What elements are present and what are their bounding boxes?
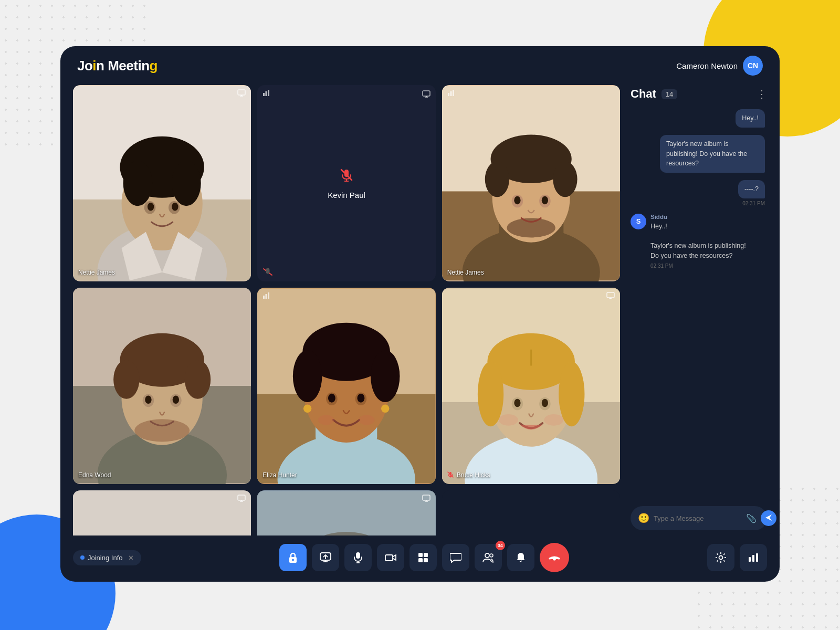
chat-message-own-2: Taylor's new album is publishing! Do you… (631, 135, 765, 173)
svg-rect-26 (266, 268, 269, 274)
send-icon (765, 514, 772, 523)
layout-button[interactable] (410, 544, 437, 571)
svg-rect-153 (418, 553, 423, 557)
chat-more-button[interactable]: ⋮ (757, 88, 767, 100)
kevin-mic-icon (339, 167, 354, 184)
bottom-center-controls: 04 (279, 543, 569, 572)
video-cell-nettie2: Nettie James (442, 85, 620, 281)
svg-point-75 (318, 415, 334, 425)
svg-rect-18 (268, 90, 269, 96)
video-cell-bruce2: Bruce Hicks (442, 288, 620, 484)
user-name: Cameron Newton (676, 61, 738, 70)
joining-info-close[interactable]: ✕ (128, 554, 134, 562)
logo: Join Meeting (77, 58, 158, 74)
person-edna (73, 288, 251, 484)
chat-message-own-1: Hey..! (631, 109, 765, 128)
person-bruce1 (73, 490, 251, 536)
header-user[interactable]: Cameron Newton CN (676, 56, 763, 76)
svg-rect-42 (448, 93, 449, 96)
svg-point-52 (113, 360, 139, 399)
svg-point-54 (134, 419, 190, 442)
svg-point-157 (485, 553, 489, 558)
svg-point-70 (381, 405, 389, 413)
chat-bubble-own-2: Taylor's new album is publishing! Do you… (660, 135, 765, 173)
person-ronnie (257, 490, 435, 536)
svg-point-74 (358, 394, 365, 403)
video-cell-eliza: Eliza Hunter (257, 288, 435, 484)
svg-rect-160 (749, 557, 751, 562)
chat-messages: Hey..! Taylor's new album is publishing!… (631, 109, 767, 500)
chat-input[interactable] (654, 514, 742, 522)
lock-button[interactable] (279, 544, 307, 571)
people-badge: 04 (496, 541, 505, 550)
kevin-bottom-icons (262, 268, 273, 276)
svg-rect-149 (356, 552, 360, 559)
emoji-button[interactable]: 🙂 (638, 512, 649, 524)
svg-point-35 (485, 161, 509, 197)
bottom-right-controls (707, 544, 767, 571)
main-content: Nettie James (60, 85, 780, 536)
chat-button[interactable] (442, 544, 469, 571)
chat-time-own: 02:31 PM (742, 201, 765, 206)
svg-point-76 (359, 415, 375, 425)
svg-point-11 (148, 203, 154, 211)
person-nettie1 (73, 85, 251, 281)
siddu-avatar: S (631, 214, 646, 229)
screen-share-button[interactable] (312, 544, 339, 571)
svg-rect-43 (450, 91, 452, 96)
svg-point-68 (371, 350, 400, 402)
svg-rect-152 (385, 555, 393, 561)
svg-rect-96 (607, 292, 614, 298)
joining-info-button[interactable]: Joining Info ✕ (73, 550, 141, 565)
header: Join Meeting Cameron Newton CN (60, 46, 780, 85)
svg-rect-154 (424, 553, 428, 557)
bell-button[interactable] (507, 544, 534, 571)
camera-button[interactable] (377, 544, 404, 571)
people-button[interactable]: 04 (475, 544, 502, 571)
analytics-button[interactable] (740, 544, 767, 571)
svg-point-53 (185, 360, 211, 399)
svg-rect-79 (268, 292, 269, 299)
settings-button[interactable] (707, 544, 734, 571)
chat-bubble-own-1: Hey..! (736, 109, 765, 128)
user-avatar[interactable]: CN (743, 56, 763, 76)
video-cell-kevin: Kevin Paul (257, 85, 435, 281)
svg-point-73 (328, 394, 335, 403)
kevin-center: Kevin Paul (328, 167, 365, 200)
svg-rect-19 (423, 91, 430, 96)
video-row-3: Bruce Hicks (73, 490, 620, 536)
chat-bubble-own-3: ----.? (738, 180, 765, 198)
svg-rect-137 (423, 495, 430, 500)
send-button[interactable] (761, 510, 776, 526)
svg-point-67 (293, 350, 322, 402)
logo-text: Join Meeting (77, 58, 158, 74)
video-row-2: Edna Wood (73, 288, 620, 484)
cell-screen-icon-kevin (422, 90, 430, 100)
video-cell-nettie1: Nettie James (73, 85, 251, 281)
svg-rect-103 (73, 491, 251, 536)
chat-header: Chat 14 ⋮ (631, 85, 767, 109)
svg-rect-17 (266, 91, 267, 96)
participant-name-nettie1: Nettie James (78, 269, 115, 276)
video-cell-empty (442, 490, 620, 536)
svg-point-158 (490, 554, 493, 557)
svg-point-39 (514, 196, 520, 204)
svg-point-93 (541, 399, 548, 407)
mic-button[interactable] (344, 544, 372, 571)
person-nettie2 (442, 85, 620, 281)
svg-point-8 (172, 161, 201, 206)
svg-rect-155 (418, 558, 423, 562)
attach-button[interactable]: 📎 (746, 513, 757, 523)
kevin-name: Kevin Paul (328, 191, 365, 200)
chat-title: Chat (631, 87, 656, 101)
bottom-left: Joining Info ✕ (73, 550, 141, 565)
chat-count: 14 (662, 89, 677, 99)
joining-info-dot (80, 555, 85, 560)
cell-barchart-icon-kevin (262, 89, 270, 98)
siddu-content: Siddu Hey..! Taylor's new album is publi… (650, 214, 750, 269)
svg-point-69 (303, 405, 311, 413)
svg-point-36 (553, 161, 577, 197)
svg-point-12 (172, 203, 178, 211)
end-call-button[interactable] (540, 543, 569, 572)
svg-rect-117 (238, 495, 245, 500)
